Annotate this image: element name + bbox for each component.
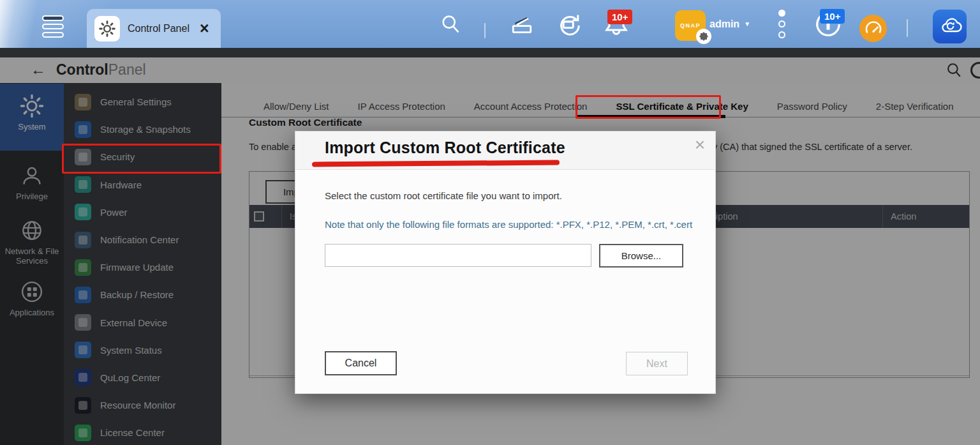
close-icon[interactable]: × [695,134,705,156]
browse-button[interactable]: Browse... [599,244,683,268]
dashboard-speedometer-icon[interactable] [859,15,887,42]
cancel-button[interactable]: Cancel [325,351,397,375]
dialog-title: Import Custom Root Certificate [325,139,565,157]
certificate-file-input[interactable] [325,244,591,267]
dialog-format-note: Note that only the following file format… [325,219,692,230]
myqnapcloud-icon[interactable] [933,10,967,43]
user-menu[interactable]: admin ▼ [709,0,750,48]
main-menu-icon[interactable] [42,15,65,45]
desktop-top-bar: Control Panel × [0,0,980,48]
username-label: admin [709,19,739,30]
taskbar-tab-control-panel[interactable]: Control Panel × [87,9,221,48]
news-stack-icon[interactable] [507,0,537,48]
sync-backup-icon[interactable] [551,0,584,48]
qnap-logo-text: QNAP [680,22,701,29]
chevron-down-icon: ▼ [744,20,750,27]
notification-count-badge: 10+ [607,10,632,24]
help-count-badge: 10+ [820,9,845,24]
help-info-icon[interactable] [812,0,845,48]
tab-close-icon[interactable]: × [200,20,209,36]
taskbar-tab-label: Control Panel [128,23,189,34]
topbar-divider [907,19,908,37]
import-custom-root-certificate-dialog: Import Custom Root Certificate × Select … [295,131,716,394]
topbar-divider [484,23,486,38]
more-options-icon[interactable] [778,0,785,48]
dialog-instruction-text: Select the custom root certificate file … [325,190,562,201]
qts-desktop: Control Panel × [0,0,980,445]
control-panel-gear-icon [94,16,120,41]
next-button[interactable]: Next [626,352,688,375]
search-icon[interactable] [436,0,464,48]
